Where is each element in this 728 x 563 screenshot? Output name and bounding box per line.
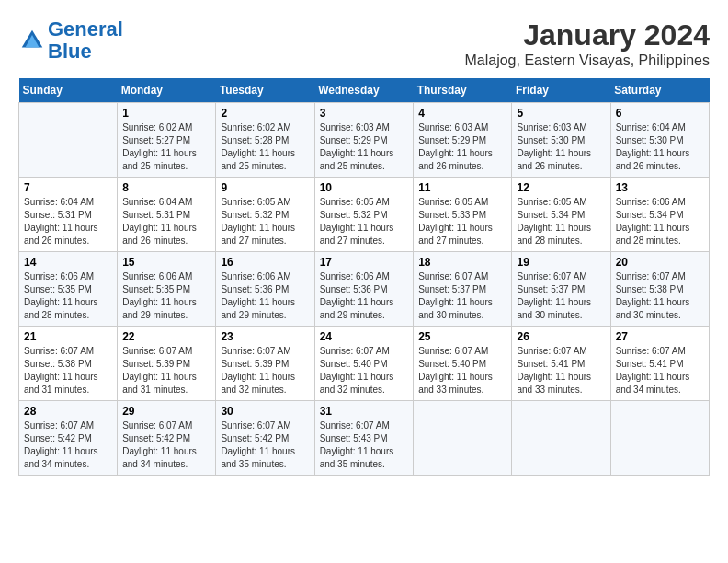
day-cell: 18Sunrise: 6:07 AMSunset: 5:37 PMDayligh… [414,252,512,327]
day-info: Sunrise: 6:06 AMSunset: 5:35 PMDaylight:… [122,270,210,322]
page-title: January 2024 [464,18,710,52]
day-number: 29 [122,405,210,418]
day-number: 1 [122,107,210,120]
day-cell [414,401,512,476]
day-cell: 12Sunrise: 6:05 AMSunset: 5:34 PMDayligh… [512,178,610,252]
page-header: General Blue January 2024 Malajog, Easte… [18,18,710,69]
day-number: 21 [24,330,112,343]
logo: General Blue [18,18,123,63]
day-info: Sunrise: 6:07 AMSunset: 5:42 PMDaylight:… [24,419,112,471]
header-cell-tuesday: Tuesday [216,78,314,103]
day-info: Sunrise: 6:06 AMSunset: 5:36 PMDaylight:… [221,270,309,322]
day-cell: 13Sunrise: 6:06 AMSunset: 5:34 PMDayligh… [610,178,709,252]
day-number: 24 [320,330,409,343]
day-info: Sunrise: 6:03 AMSunset: 5:29 PMDaylight:… [320,121,409,173]
day-number: 31 [320,405,409,418]
day-info: Sunrise: 6:03 AMSunset: 5:29 PMDaylight:… [418,121,506,173]
day-cell: 31Sunrise: 6:07 AMSunset: 5:43 PMDayligh… [314,401,414,476]
day-info: Sunrise: 6:07 AMSunset: 5:39 PMDaylight:… [122,345,210,396]
day-info: Sunrise: 6:07 AMSunset: 5:37 PMDaylight:… [517,270,605,322]
day-number: 10 [320,181,409,194]
header-cell-wednesday: Wednesday [314,78,414,103]
day-info: Sunrise: 6:07 AMSunset: 5:37 PMDaylight:… [418,270,506,322]
logo-icon [18,27,46,54]
day-cell: 25Sunrise: 6:07 AMSunset: 5:40 PMDayligh… [414,327,512,401]
day-cell: 11Sunrise: 6:05 AMSunset: 5:33 PMDayligh… [414,178,512,252]
day-info: Sunrise: 6:07 AMSunset: 5:39 PMDaylight:… [221,345,309,396]
day-number: 11 [418,181,506,194]
day-number: 13 [616,181,704,194]
day-cell [512,401,610,476]
day-info: Sunrise: 6:03 AMSunset: 5:30 PMDaylight:… [517,121,605,173]
day-cell: 29Sunrise: 6:07 AMSunset: 5:42 PMDayligh… [118,401,216,476]
week-row-1: 1Sunrise: 6:02 AMSunset: 5:27 PMDaylight… [19,103,710,178]
day-number: 28 [24,405,112,418]
day-cell [19,103,118,178]
calendar-table: SundayMondayTuesdayWednesdayThursdayFrid… [18,78,710,476]
logo-line2: Blue [48,40,92,63]
day-info: Sunrise: 6:07 AMSunset: 5:42 PMDaylight:… [221,419,309,471]
day-info: Sunrise: 6:07 AMSunset: 5:40 PMDaylight:… [320,345,409,396]
day-info: Sunrise: 6:06 AMSunset: 5:36 PMDaylight:… [320,270,409,322]
day-number: 16 [221,256,309,269]
day-cell: 6Sunrise: 6:04 AMSunset: 5:30 PMDaylight… [610,103,709,178]
day-number: 7 [24,181,112,194]
week-row-4: 21Sunrise: 6:07 AMSunset: 5:38 PMDayligh… [19,327,710,401]
day-info: Sunrise: 6:07 AMSunset: 5:43 PMDaylight:… [320,419,409,471]
day-info: Sunrise: 6:05 AMSunset: 5:32 PMDaylight:… [320,196,409,247]
day-number: 2 [221,107,309,120]
day-cell: 21Sunrise: 6:07 AMSunset: 5:38 PMDayligh… [19,327,118,401]
day-number: 18 [418,256,506,269]
day-info: Sunrise: 6:02 AMSunset: 5:28 PMDaylight:… [221,121,309,173]
day-info: Sunrise: 6:04 AMSunset: 5:30 PMDaylight:… [616,121,704,173]
page-subtitle: Malajog, Eastern Visayas, Philippines [464,52,710,69]
day-number: 26 [517,330,605,343]
day-cell: 17Sunrise: 6:06 AMSunset: 5:36 PMDayligh… [314,252,414,327]
day-info: Sunrise: 6:06 AMSunset: 5:35 PMDaylight:… [24,270,112,322]
week-row-3: 14Sunrise: 6:06 AMSunset: 5:35 PMDayligh… [19,252,710,327]
day-number: 15 [122,256,210,269]
day-number: 3 [320,107,409,120]
week-row-2: 7Sunrise: 6:04 AMSunset: 5:31 PMDaylight… [19,178,710,252]
day-number: 23 [221,330,309,343]
day-cell: 26Sunrise: 6:07 AMSunset: 5:41 PMDayligh… [512,327,610,401]
day-info: Sunrise: 6:04 AMSunset: 5:31 PMDaylight:… [122,196,210,247]
day-cell: 28Sunrise: 6:07 AMSunset: 5:42 PMDayligh… [19,401,118,476]
day-info: Sunrise: 6:07 AMSunset: 5:38 PMDaylight:… [616,270,704,322]
header-cell-friday: Friday [512,78,610,103]
day-cell: 24Sunrise: 6:07 AMSunset: 5:40 PMDayligh… [314,327,414,401]
header-cell-thursday: Thursday [414,78,512,103]
day-cell: 10Sunrise: 6:05 AMSunset: 5:32 PMDayligh… [314,178,414,252]
title-block: January 2024 Malajog, Eastern Visayas, P… [464,18,710,69]
day-number: 5 [517,107,605,120]
day-number: 6 [616,107,704,120]
day-info: Sunrise: 6:04 AMSunset: 5:31 PMDaylight:… [24,196,112,247]
header-cell-sunday: Sunday [19,78,118,103]
day-cell: 14Sunrise: 6:06 AMSunset: 5:35 PMDayligh… [19,252,118,327]
day-cell: 20Sunrise: 6:07 AMSunset: 5:38 PMDayligh… [610,252,709,327]
logo-text: General Blue [48,18,123,63]
day-number: 20 [616,256,704,269]
day-info: Sunrise: 6:05 AMSunset: 5:34 PMDaylight:… [517,196,605,247]
day-number: 25 [418,330,506,343]
day-info: Sunrise: 6:07 AMSunset: 5:41 PMDaylight:… [616,345,704,396]
week-row-5: 28Sunrise: 6:07 AMSunset: 5:42 PMDayligh… [19,401,710,476]
day-number: 12 [517,181,605,194]
day-cell: 15Sunrise: 6:06 AMSunset: 5:35 PMDayligh… [118,252,216,327]
day-cell: 3Sunrise: 6:03 AMSunset: 5:29 PMDaylight… [314,103,414,178]
day-cell: 7Sunrise: 6:04 AMSunset: 5:31 PMDaylight… [19,178,118,252]
day-info: Sunrise: 6:02 AMSunset: 5:27 PMDaylight:… [122,121,210,173]
day-number: 9 [221,181,309,194]
day-number: 8 [122,181,210,194]
day-cell: 5Sunrise: 6:03 AMSunset: 5:30 PMDaylight… [512,103,610,178]
day-number: 19 [517,256,605,269]
day-number: 14 [24,256,112,269]
day-cell: 19Sunrise: 6:07 AMSunset: 5:37 PMDayligh… [512,252,610,327]
day-cell: 27Sunrise: 6:07 AMSunset: 5:41 PMDayligh… [610,327,709,401]
day-info: Sunrise: 6:06 AMSunset: 5:34 PMDaylight:… [616,196,704,247]
day-number: 27 [616,330,704,343]
logo-line1: General [48,17,123,40]
day-number: 4 [418,107,506,120]
day-info: Sunrise: 6:07 AMSunset: 5:38 PMDaylight:… [24,345,112,396]
day-cell: 23Sunrise: 6:07 AMSunset: 5:39 PMDayligh… [216,327,314,401]
